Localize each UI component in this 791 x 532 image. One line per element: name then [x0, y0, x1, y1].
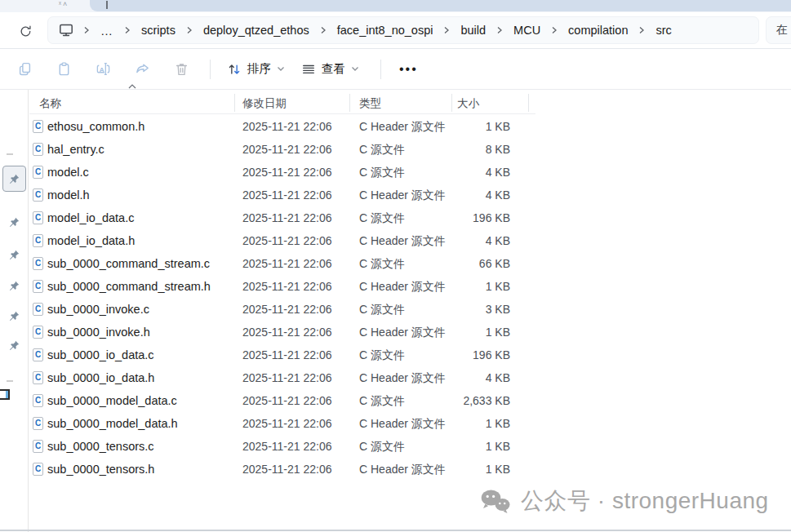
file-type: C 源文件 [359, 303, 405, 317]
column-header-date[interactable]: 修改日期 [242, 96, 287, 111]
this-pc-partial-icon[interactable] [0, 389, 10, 400]
breadcrumb-chevron-icon [496, 26, 503, 34]
file-size: 3 KB [451, 303, 510, 316]
watermark: 公众号 · strongerHuang [480, 485, 769, 516]
c-file-icon: C [33, 120, 43, 133]
delete-button[interactable] [166, 55, 197, 83]
table-row[interactable]: C sub_0000_io_data.c 2025-11-21 22:06 C … [29, 344, 552, 367]
table-row[interactable]: C model_io_data.c 2025-11-21 22:06 C 源文件… [29, 207, 552, 230]
column-resizer[interactable] [234, 94, 235, 112]
svg-text:A: A [99, 66, 104, 73]
breadcrumb-item[interactable]: face_int8_no_ospi [332, 21, 438, 39]
copy-button[interactable] [9, 55, 40, 83]
file-size: 1 KB [451, 120, 510, 133]
column-header-row: 名称 修改日期 类型 大小 [29, 91, 535, 114]
breadcrumb-item[interactable]: src [651, 21, 676, 39]
file-name: model_io_data.c [47, 211, 134, 224]
breadcrumb-item[interactable]: compilation [563, 21, 633, 39]
file-type: C Header 源文件 [359, 463, 446, 477]
share-icon [135, 61, 150, 77]
pinned-item[interactable] [3, 335, 24, 356]
breadcrumb-item[interactable]: deploy_qtzed_ethos [198, 21, 314, 39]
file-size: 1 KB [451, 417, 510, 430]
table-row[interactable]: C model.c 2025-11-21 22:06 C 源文件 4 KB [29, 162, 552, 184]
sort-label: 排序 [247, 61, 271, 77]
file-name: model.c [47, 166, 89, 179]
column-header-name[interactable]: 名称 [39, 96, 61, 111]
refresh-button[interactable] [15, 20, 36, 42]
file-name: sub_0000_model_data.h [47, 417, 178, 430]
breadcrumb-overflow[interactable]: … [96, 24, 118, 38]
column-header-type[interactable]: 类型 [359, 96, 381, 111]
file-name: model_io_data.h [47, 234, 135, 247]
file-type: C 源文件 [359, 348, 405, 363]
column-resizer[interactable] [528, 94, 529, 112]
this-pc-icon[interactable] [58, 22, 74, 38]
file-size: 66 KB [451, 257, 510, 270]
file-size: 4 KB [451, 371, 510, 384]
rename-button[interactable]: A [87, 55, 118, 83]
file-date: 2025-11-21 22:06 [242, 326, 332, 339]
file-date: 2025-11-21 22:06 [242, 120, 332, 133]
file-type: C Header 源文件 [359, 371, 446, 386]
table-row[interactable]: C sub_0000_io_data.h 2025-11-21 22:06 C … [29, 367, 552, 390]
table-row[interactable]: C sub_0000_tensors.h 2025-11-21 22:06 C … [29, 459, 552, 481]
toolbar-divider [210, 60, 211, 79]
toolbar-divider [380, 60, 381, 79]
tab-close-icon[interactable]: ˣ˄ [59, 2, 70, 7]
breadcrumb-item[interactable]: build [455, 21, 491, 39]
file-name: model.h [47, 188, 90, 202]
breadcrumb-item[interactable]: scripts [136, 21, 180, 39]
c-file-icon: C [33, 234, 43, 247]
share-button[interactable] [127, 55, 158, 83]
pinned-item[interactable] [3, 275, 24, 296]
pinned-item[interactable] [3, 244, 24, 265]
table-row[interactable]: C model.h 2025-11-21 22:06 C Header 源文件 … [29, 184, 552, 207]
pinned-item-selected[interactable] [2, 166, 26, 192]
see-more-button[interactable]: ••• [389, 55, 428, 83]
c-file-icon: C [33, 326, 43, 339]
column-resizer[interactable] [451, 94, 452, 112]
c-file-icon: C [33, 394, 43, 407]
pinned-item[interactable] [3, 211, 24, 233]
breadcrumb-chevron-icon [551, 26, 558, 34]
table-row[interactable]: C sub_0000_command_stream.c 2025-11-21 2… [29, 253, 552, 276]
sort-icon [227, 62, 242, 77]
rail-divider [7, 380, 13, 382]
paste-button[interactable] [48, 55, 79, 83]
file-date: 2025-11-21 22:06 [242, 143, 332, 156]
search-input[interactable]: 在 [766, 16, 791, 44]
breadcrumb-chevron-icon [443, 26, 450, 34]
chevron-down-icon [277, 66, 285, 72]
column-header-size[interactable]: 大小 [457, 96, 479, 111]
table-row[interactable]: C sub_0000_invoke.h 2025-11-21 22:06 C H… [29, 321, 552, 344]
breadcrumb-chevron-icon [124, 26, 131, 34]
file-list: 名称 修改日期 类型 大小 C ethosu_common.h 2025-11-… [29, 90, 552, 532]
table-row[interactable]: C sub_0000_invoke.c 2025-11-21 22:06 C 源… [29, 299, 552, 321]
c-file-icon: C [33, 371, 43, 384]
tab-bar-background[interactable] [90, 0, 791, 11]
table-row[interactable]: C sub_0000_tensors.c 2025-11-21 22:06 C … [29, 436, 552, 459]
table-row[interactable]: C model_io_data.h 2025-11-21 22:06 C Hea… [29, 230, 552, 253]
c-file-icon: C [33, 417, 43, 430]
pinned-item[interactable] [3, 305, 24, 326]
file-type: C 源文件 [359, 143, 405, 157]
file-size: 4 KB [451, 234, 510, 247]
table-row[interactable]: C sub_0000_model_data.h 2025-11-21 22:06… [29, 413, 552, 436]
table-row[interactable]: C hal_entry.c 2025-11-21 22:06 C 源文件 8 K… [29, 139, 552, 162]
column-resizer[interactable] [349, 94, 350, 112]
search-text: 在 [776, 23, 788, 38]
file-size: 4 KB [451, 188, 510, 202]
file-date: 2025-11-21 22:06 [242, 303, 332, 316]
sort-button[interactable]: 排序 [219, 55, 293, 83]
table-row[interactable]: C ethosu_common.h 2025-11-21 22:06 C Hea… [29, 116, 552, 139]
breadcrumb-item[interactable]: MCU [509, 21, 545, 39]
address-bar[interactable]: … scripts deploy_qtzed_ethos face_int8_n… [47, 16, 759, 44]
file-date: 2025-11-21 22:06 [242, 394, 332, 407]
table-row[interactable]: C sub_0000_model_data.c 2025-11-21 22:06… [29, 390, 552, 413]
file-name: sub_0000_command_stream.c [47, 257, 210, 270]
view-button[interactable]: 查看 [293, 55, 367, 83]
c-file-icon: C [33, 280, 43, 293]
file-type: C 源文件 [359, 211, 405, 226]
table-row[interactable]: C sub_0000_command_stream.h 2025-11-21 2… [29, 276, 552, 299]
